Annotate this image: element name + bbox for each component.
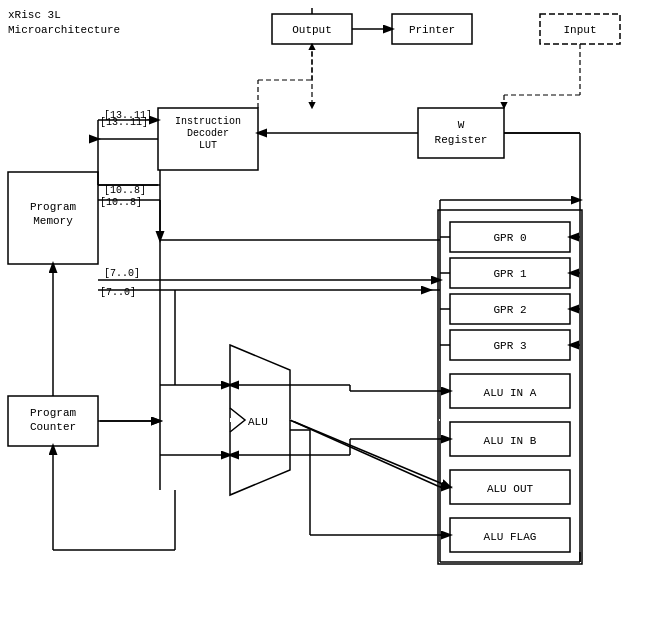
svg-text:ALU IN B: ALU IN B [484,435,537,447]
svg-text:[10..8]: [10..8] [100,197,142,208]
svg-line-80 [290,420,440,487]
svg-text:[7..0]: [7..0] [100,287,136,298]
svg-text:ALU FLAG: ALU FLAG [484,531,537,543]
svg-text:Register: Register [435,134,488,146]
svg-text:GPR 3: GPR 3 [493,340,526,352]
svg-text:Memory: Memory [33,215,73,227]
svg-text:Program: Program [30,201,77,213]
svg-text:ALU OUT: ALU OUT [487,483,534,495]
svg-text:W: W [458,119,465,131]
svg-text:ALU IN A: ALU IN A [484,387,537,399]
svg-text:Output: Output [292,24,332,36]
svg-text:LUT: LUT [199,140,217,151]
svg-text:Counter: Counter [30,421,76,433]
svg-rect-12 [418,108,504,158]
svg-text:Instruction: Instruction [175,116,241,127]
diagram-container: xRisc 3LMicroarchitecture Output Printer… [0,0,663,618]
architecture-diagram: Output Printer Input Instruction Decoder… [0,0,663,618]
svg-text:GPR 1: GPR 1 [493,268,526,280]
svg-text:Input: Input [563,24,596,36]
svg-text:ALU: ALU [248,416,268,428]
svg-text:[13..11]: [13..11] [104,110,152,121]
svg-text:GPR 2: GPR 2 [493,304,526,316]
svg-text:Decoder: Decoder [187,128,229,139]
svg-text:[7..0]: [7..0] [104,268,140,279]
svg-text:Program: Program [30,407,77,419]
svg-text:GPR 0: GPR 0 [493,232,526,244]
svg-text:[10..8]: [10..8] [104,185,146,196]
svg-text:Printer: Printer [409,24,455,36]
